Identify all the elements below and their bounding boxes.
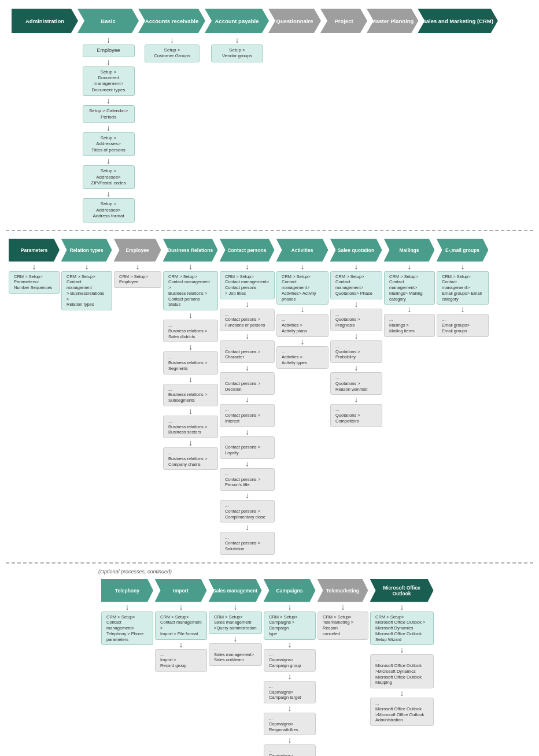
arrow-campaigns: Campaigns bbox=[264, 579, 316, 602]
down-arrow: ↓ bbox=[189, 262, 193, 270]
section-divider-1 bbox=[6, 230, 533, 231]
arrow-basic: Basic bbox=[77, 9, 139, 33]
arrow-questionnaire: Questionnaire bbox=[268, 9, 321, 33]
box-sq-prognosis: ...Quotations >Prognosis bbox=[330, 309, 382, 331]
col-contact-persons: Contact persons ↓ CRM > Setup>Contact ma… bbox=[220, 239, 275, 555]
down-arrow: ↓ bbox=[288, 603, 292, 611]
col-outlook: Microsoft Office Outlook ↓ CRM > Setup>M… bbox=[370, 579, 434, 727]
down-arrow: ↓ bbox=[355, 332, 359, 340]
down-arrow: ↓ bbox=[106, 157, 110, 165]
down-arrow: ↓ bbox=[355, 300, 359, 308]
box-cp-complimentary: ...Contact persons >Complimentary close bbox=[220, 500, 275, 522]
box-cp-decision: ...Contact persons >Decision bbox=[220, 372, 275, 395]
box-cp-interest: ...Contact persons >Interest bbox=[220, 404, 275, 427]
arrow-sales-management: Sales management bbox=[209, 579, 262, 602]
box-sq-setup: CRM > Setup>Contact management>Quotation… bbox=[330, 271, 382, 299]
down-arrow: ↓ bbox=[301, 262, 305, 270]
col-sales-management: Sales management ↓ CRM > Setup>Sales man… bbox=[209, 579, 262, 666]
down-arrow: ↓ bbox=[189, 439, 193, 447]
down-arrow: ↓ bbox=[408, 305, 412, 313]
box-camp-setup: CRM > Setup>Campaigns > Campaigntype bbox=[264, 612, 316, 640]
down-arrow: ↓ bbox=[179, 603, 183, 611]
arrow-relation-types: Relation types bbox=[61, 239, 112, 262]
box-email-setup: CRM > Setup>Contact management>Email gro… bbox=[437, 271, 489, 305]
arrow-sales-marketing: Sales and Marketing (CRM) bbox=[418, 9, 497, 33]
down-arrow: ↓ bbox=[235, 36, 239, 44]
down-arrow: ↓ bbox=[106, 36, 110, 44]
down-arrow: ↓ bbox=[400, 689, 404, 697]
box-outlook-admin: ...Microsoft Office Outlook>Microsoft Of… bbox=[370, 698, 434, 726]
col-business-relations: Business Relations ↓ CRM > Setup>Contact… bbox=[163, 239, 218, 470]
box-br-subsegments: ...Business relations >Subsegments bbox=[163, 384, 218, 406]
box-br-segments: ...Business relations >Segments bbox=[163, 351, 218, 374]
down-arrow: ↓ bbox=[355, 364, 359, 372]
down-arrow: ↓ bbox=[288, 704, 292, 712]
col-parameters: Parameters ↓ CRM > Setup>Parameters>Numb… bbox=[9, 239, 60, 294]
arrow-email-groups: E-,mail groups bbox=[437, 239, 489, 262]
box-telephony: CRM > Setup>Contact management>Telephony… bbox=[101, 612, 153, 646]
box-periods: Setup > Calendar>Periods bbox=[83, 105, 135, 123]
down-arrow: ↓ bbox=[301, 338, 305, 346]
down-arrow: ↓ bbox=[400, 646, 404, 654]
box-br-sectors: ...Business relations >Business sectors bbox=[163, 416, 218, 438]
down-arrow: ↓ bbox=[245, 459, 249, 468]
box-br-company: ...Business relations >Company chains bbox=[163, 447, 218, 470]
down-arrow: ↓ bbox=[189, 343, 193, 351]
box-cp-setup: CRM > Setup>Contact management>Contact p… bbox=[220, 271, 275, 299]
down-arrow: ↓ bbox=[245, 262, 249, 270]
col-email-groups: E-,mail groups ↓ CRM > Setup>Contact man… bbox=[437, 239, 489, 337]
page: Administration Basic ↓ Employee ↓ Setup … bbox=[0, 0, 539, 756]
box-sm-setup: CRM > Setup>Sales management>Query admin… bbox=[209, 612, 262, 634]
down-arrow: ↓ bbox=[461, 262, 465, 270]
box-employee-crm: CRM > Setup>Employee bbox=[114, 271, 161, 288]
box-act-plans: ...Activities >Activity plans bbox=[276, 314, 328, 336]
down-arrow: ↓ bbox=[288, 640, 292, 648]
box-outlook-mapping: ...Microsoft Office Outlook>Microsoft Dy… bbox=[370, 654, 434, 688]
col-relation-types: Relation types ↓ CRM > Setup>Contact man… bbox=[61, 239, 112, 311]
down-arrow: ↓ bbox=[85, 262, 89, 270]
down-arrow: ↓ bbox=[245, 491, 249, 499]
box-camp-group: ...Capmaigns>Campaign group bbox=[264, 649, 316, 672]
arrow-sales-quotation: Sales quotation bbox=[330, 239, 382, 262]
down-arrow: ↓ bbox=[341, 603, 345, 611]
down-arrow: ↓ bbox=[245, 300, 249, 308]
box-mail-setup: CRM > Setup>Contact management>Mailings>… bbox=[384, 271, 435, 305]
arrow-ar: Accounts receivable bbox=[138, 9, 205, 33]
crm-section: Parameters ↓ CRM > Setup>Parameters>Numb… bbox=[6, 236, 533, 558]
box-customer-groups: Setup >Customer Groups bbox=[145, 45, 200, 62]
down-arrow: ↓ bbox=[288, 736, 292, 744]
col-mailings: Mailings ↓ CRM > Setup>Contact managemen… bbox=[384, 239, 435, 337]
box-doc-types: Setup >Document management>Document type… bbox=[83, 66, 135, 97]
box-cp-character: ...Contact persons >Character bbox=[220, 340, 275, 363]
box-act-types: ...Activities >Activity types bbox=[276, 346, 328, 369]
optional-label-text: (Optional processes, continued) bbox=[98, 569, 172, 575]
box-act-setup: CRM > Setup>Contact management>Activitie… bbox=[276, 271, 328, 305]
top-section: Administration Basic ↓ Employee ↓ Setup … bbox=[6, 6, 533, 225]
box-outlook-setup: CRM > Setup>Microsoft Office Outlook >Mi… bbox=[370, 612, 434, 646]
down-arrow: ↓ bbox=[288, 672, 292, 680]
box-sq-reason: ...Quotations >Reason won/lost bbox=[330, 372, 382, 395]
box-titles: Setup > Addresses>Titles of persons bbox=[83, 132, 135, 156]
box-cp-functions: ...Contact persons >Functions of persons bbox=[220, 309, 275, 331]
down-arrow: ↓ bbox=[461, 305, 465, 313]
down-arrow: ↓ bbox=[301, 305, 305, 313]
arrow-ap: Account payable bbox=[205, 9, 269, 33]
down-arrow: ↓ bbox=[245, 523, 249, 531]
box-zip: Setup > Addresses>ZIP/Postal codes bbox=[83, 165, 135, 189]
down-arrow: ↓ bbox=[234, 603, 238, 611]
arrow-business-relations: Business Relations bbox=[163, 239, 218, 262]
arrow-telemarketing: Telemarketing bbox=[318, 579, 368, 602]
box-camp-resp: ...Capmaigns>Responsibilties bbox=[264, 713, 316, 735]
box-cp-loyalty: ...Contact persons >Loyalty bbox=[220, 436, 275, 459]
bottom-section: Telephony ↓ CRM > Setup>Contact manageme… bbox=[6, 577, 533, 756]
col-sales-quotation: Sales quotation ↓ CRM > Setup>Contact ma… bbox=[330, 239, 382, 427]
box-address-format: Setup > Addresses>Address format bbox=[83, 198, 135, 222]
box-import-record: ...Import >Record group bbox=[155, 649, 207, 672]
col-activities: Activities ↓ CRM > Setup>Contact managem… bbox=[276, 239, 328, 369]
box-cp-title: ...Contact persons >Person's title bbox=[220, 468, 275, 491]
down-arrow: ↓ bbox=[125, 603, 130, 611]
arrow-outlook: Microsoft Office Outlook bbox=[370, 579, 434, 602]
down-arrow: ↓ bbox=[106, 124, 110, 132]
down-arrow: ↓ bbox=[245, 395, 249, 403]
down-arrow: ↓ bbox=[179, 640, 183, 648]
